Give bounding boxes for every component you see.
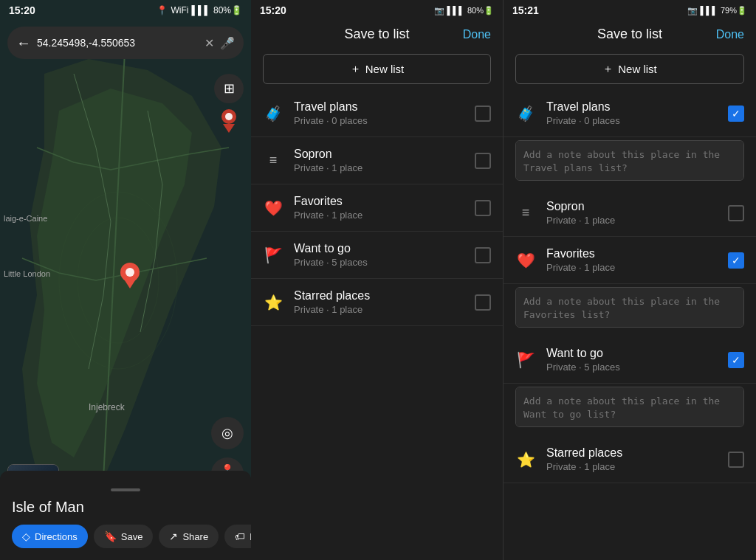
- new-list-button-right[interactable]: ＋ New list: [515, 54, 744, 84]
- favorites-checkbox-middle[interactable]: [475, 200, 491, 216]
- favorites-name-right: Favorites: [546, 247, 718, 260]
- map-pin-icon: [217, 109, 241, 133]
- map-panel: 15:20 📍 WiFi ▌▌▌ 80%🔋 ← 54.245498,-4.550…: [0, 0, 251, 560]
- sopron-name-middle: Sopron: [294, 148, 464, 161]
- share-button[interactable]: ↗ Share: [159, 525, 219, 548]
- search-coordinates: 54.245498,-4.550653: [37, 37, 199, 49]
- share-label: Share: [182, 531, 208, 542]
- directions-label: Directions: [35, 531, 78, 542]
- list-item-wantgo-middle[interactable]: 🚩 Want to go Private · 5 places: [251, 232, 503, 279]
- wantgo-icon-right: 🚩: [515, 350, 536, 370]
- travel-checkbox-middle[interactable]: [475, 106, 491, 122]
- status-bar-middle: 15:20 📷 ▌▌▌ 80%🔋: [251, 0, 503, 21]
- wantgo-meta-right: Private · 5 places: [546, 362, 718, 373]
- travel-checkbox-right[interactable]: [728, 106, 744, 122]
- wantgo-info-right: Want to go Private · 5 places: [546, 347, 718, 373]
- sopron-meta-right: Private · 1 place: [546, 215, 718, 226]
- new-list-button-middle[interactable]: ＋ New list: [263, 54, 491, 84]
- status-icons-right: 📷 ▌▌▌ 79%🔋: [687, 6, 747, 15]
- svg-point-5: [225, 113, 233, 120]
- sopron-info-right: Sopron Private · 1 place: [546, 200, 718, 226]
- favorites-icon-right: ❤️: [515, 250, 536, 271]
- wantgo-checkbox-middle[interactable]: [475, 247, 491, 263]
- panel-header-middle: Save to list Done: [251, 21, 503, 48]
- list-item-travel-middle[interactable]: 🧳 Travel plans Private · 0 places: [251, 90, 503, 137]
- list-item-starred-middle[interactable]: ⭐ Starred places Private · 1 place: [251, 279, 503, 326]
- wantgo-note-input[interactable]: [515, 387, 744, 427]
- save-icon: 🔖: [104, 530, 117, 542]
- map-label-little-london: Little London: [4, 269, 50, 278]
- sopron-name-right: Sopron: [546, 200, 718, 213]
- status-bar-right: 15:21 📷 ▌▌▌ 79%🔋: [504, 0, 756, 21]
- travel-name-right: Travel plans: [546, 100, 718, 114]
- wantgo-info-middle: Want to go Private · 5 places: [294, 242, 464, 268]
- favorites-name-middle: Favorites: [294, 195, 464, 208]
- favorites-meta-middle: Private · 1 place: [294, 210, 464, 221]
- share-icon: ↗: [169, 530, 178, 542]
- location-icon-left: 📍: [157, 5, 168, 15]
- favorites-checkbox-right[interactable]: [728, 252, 744, 269]
- signal-middle: ▌▌▌: [447, 6, 464, 15]
- mic-icon[interactable]: 🎤: [220, 36, 235, 50]
- starred-info-middle: Starred places Private · 1 place: [294, 289, 464, 315]
- favorites-note-input[interactable]: [515, 287, 744, 328]
- layers-icon: ⊞: [224, 80, 235, 97]
- wantgo-name-right: Want to go: [546, 347, 718, 360]
- save-button[interactable]: 🔖 Save: [94, 525, 154, 548]
- plus-icon-middle: ＋: [350, 62, 361, 76]
- list-item-sopron-right[interactable]: ≡ Sopron Private · 1 place: [504, 190, 756, 237]
- list-item-favorites-middle[interactable]: ❤️ Favorites Private · 1 place: [251, 184, 503, 232]
- wantgo-name-middle: Want to go: [294, 242, 464, 255]
- map-layers-button[interactable]: ⊞: [214, 74, 244, 103]
- list-item-favorites-right[interactable]: ❤️ Favorites Private · 1 place: [504, 237, 756, 284]
- place-name: Isle of Man: [12, 499, 239, 516]
- battery-left: 80%🔋: [213, 5, 242, 15]
- search-bar[interactable]: ← 54.245498,-4.550653 ✕ 🎤: [7, 27, 244, 59]
- list-item-wantgo-right[interactable]: 🚩 Want to go Private · 5 places: [504, 336, 756, 384]
- directions-icon: ◇: [22, 530, 30, 542]
- place-card: Isle of Man ◇ Directions 🔖 Save ↗ Share …: [0, 471, 251, 560]
- list-item-starred-right[interactable]: ⭐ Starred places Private · 1 place: [504, 436, 756, 483]
- sopron-checkbox-middle[interactable]: [475, 153, 491, 169]
- sopron-meta-middle: Private · 1 place: [294, 162, 464, 173]
- wifi-icon-left: WiFi: [171, 5, 188, 15]
- favorites-meta-right: Private · 1 place: [546, 262, 718, 273]
- new-list-label-right: New list: [618, 63, 657, 75]
- sopron-checkbox-right[interactable]: [728, 205, 744, 221]
- done-button-middle[interactable]: Done: [463, 28, 491, 41]
- clear-icon[interactable]: ✕: [205, 36, 214, 50]
- sopron-icon-middle: ≡: [263, 151, 284, 171]
- map-label-injebreck: Injebreck: [89, 402, 125, 412]
- svg-marker-4: [223, 124, 235, 133]
- travel-meta-middle: Private · 0 places: [294, 115, 464, 126]
- panel-title-right: Save to list: [597, 27, 662, 42]
- done-button-right[interactable]: Done: [716, 28, 744, 41]
- label-button[interactable]: 🏷 Lab: [224, 525, 251, 548]
- list-items-middle: 🧳 Travel plans Private · 0 places ≡ Sopr…: [251, 90, 503, 560]
- sopron-icon-right: ≡: [515, 203, 536, 224]
- locate-button[interactable]: ◎: [211, 417, 244, 449]
- camera-icon-middle: 📷: [434, 6, 444, 15]
- list-item-travel-right[interactable]: 🧳 Travel plans Private · 0 places: [504, 90, 756, 137]
- time-middle: 15:20: [260, 4, 286, 16]
- list-item-sopron-middle[interactable]: ≡ Sopron Private · 1 place: [251, 137, 503, 184]
- back-button[interactable]: ←: [16, 35, 31, 52]
- sopron-info-middle: Sopron Private · 1 place: [294, 148, 464, 173]
- wantgo-checkbox-right[interactable]: [728, 352, 744, 368]
- travel-name-middle: Travel plans: [294, 100, 464, 114]
- plus-icon-right: ＋: [602, 62, 614, 76]
- map-label-laig: laig-e-Caine: [4, 214, 47, 223]
- battery-right: 79%🔋: [721, 6, 747, 15]
- signal-icon-left: ▌▌▌: [191, 5, 210, 15]
- wantgo-icon-middle: 🚩: [263, 245, 284, 266]
- label-label: Lab: [250, 531, 251, 542]
- battery-middle: 80%🔋: [467, 6, 494, 15]
- travel-note-input[interactable]: [515, 140, 744, 181]
- directions-button[interactable]: ◇ Directions: [12, 525, 88, 548]
- starred-name-right: Starred places: [546, 446, 718, 460]
- right-list-panel: 15:21 📷 ▌▌▌ 79%🔋 Save to list Done ＋ New…: [504, 0, 756, 560]
- starred-checkbox-middle[interactable]: [475, 294, 491, 311]
- status-icons-middle: 📷 ▌▌▌ 80%🔋: [434, 6, 494, 15]
- starred-checkbox-right[interactable]: [728, 452, 744, 468]
- starred-meta-right: Private · 1 place: [546, 461, 718, 472]
